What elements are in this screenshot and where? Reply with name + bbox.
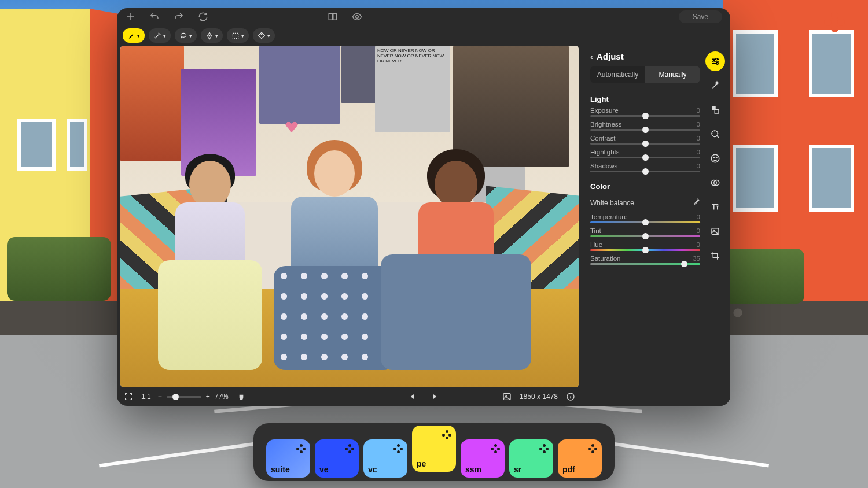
save-button[interactable]: Save	[679, 10, 722, 23]
dock-app-label: pe	[417, 459, 451, 468]
dock-app-label: pdf	[562, 465, 597, 474]
shadows-slider[interactable]	[590, 171, 700, 172]
face-icon[interactable]	[705, 149, 725, 168]
svg-point-3	[181, 33, 186, 37]
dock-app-vc[interactable]: vc	[363, 439, 407, 478]
preview-icon[interactable]	[352, 12, 362, 22]
panel-back-button[interactable]: ‹	[590, 51, 593, 61]
temperature-label: Temperature	[590, 213, 628, 220]
tint-label: Tint	[590, 227, 601, 234]
svg-point-16	[711, 154, 719, 162]
hue-label: Hue	[590, 241, 602, 248]
lasso-tool[interactable]: ▾	[175, 28, 197, 43]
shadows-label: Shadows	[590, 162, 617, 169]
tab-automatically[interactable]: Automatically	[590, 66, 645, 83]
highlights-label: Highlights	[590, 149, 620, 156]
svg-rect-1	[333, 14, 337, 20]
temperature-slider[interactable]	[590, 221, 700, 223]
next-image-icon[interactable]	[429, 391, 440, 402]
dock-app-sr[interactable]: sr	[509, 439, 553, 478]
redo-icon[interactable]	[174, 12, 184, 22]
app-dots-icon	[442, 430, 451, 439]
zoom-percent: 77%	[215, 393, 229, 401]
overlap-circles-icon[interactable]	[705, 173, 725, 193]
color-heading: Color	[590, 182, 700, 191]
panel-title: Adjust	[597, 51, 624, 61]
app-dots-icon	[393, 444, 403, 453]
contrast-value: 0	[697, 135, 700, 142]
adjust-sliders-icon[interactable]	[705, 51, 725, 71]
saturation-slider[interactable]	[590, 263, 700, 265]
svg-rect-5	[233, 33, 238, 38]
eyedropper-icon[interactable]	[692, 198, 700, 208]
adjust-panel: ‹ Adjust Automatically Manually Light Ex…	[582, 46, 730, 406]
svg-point-11	[713, 61, 715, 62]
fullscreen-icon[interactable]	[123, 391, 134, 402]
svg-rect-0	[329, 14, 332, 20]
svg-point-4	[209, 35, 210, 36]
svg-point-18	[716, 157, 718, 158]
dock-app-label: vc	[368, 465, 403, 474]
highlights-slider[interactable]	[590, 157, 700, 158]
image-icon[interactable]	[501, 391, 513, 402]
contrast-slider[interactable]	[590, 143, 700, 145]
zoom-slider[interactable]	[167, 396, 201, 398]
brightness-slider[interactable]	[590, 129, 700, 131]
zoom-out-button[interactable]: −	[158, 393, 162, 401]
info-icon[interactable]	[565, 391, 576, 402]
exposure-value: 0	[697, 107, 700, 114]
hue-slider[interactable]	[590, 249, 700, 251]
magic-wand-icon[interactable]	[705, 76, 725, 95]
temperature-value: 0	[697, 213, 700, 220]
svg-point-17	[713, 157, 715, 158]
panel-tool-rail	[704, 51, 727, 400]
refresh-icon[interactable]	[198, 12, 208, 22]
app-dots-icon	[588, 444, 597, 453]
undo-icon[interactable]	[149, 12, 160, 22]
text-icon[interactable]	[705, 197, 725, 217]
saturation-label: Saturation	[590, 255, 620, 262]
tint-value: 0	[697, 227, 700, 234]
dock-app-label: ssm	[465, 465, 500, 474]
one-to-one-button[interactable]: 1:1	[141, 393, 151, 401]
tag-tool[interactable]: ▾	[253, 28, 275, 43]
app-dots-icon	[345, 444, 354, 453]
zoom-in-button[interactable]: +	[206, 393, 210, 401]
dock-app-suite[interactable]: suite	[266, 439, 310, 478]
svg-point-10	[716, 58, 718, 60]
target-cursor-icon[interactable]	[705, 124, 725, 144]
brightness-value: 0	[697, 121, 700, 128]
app-dots-icon	[539, 444, 549, 453]
pen-tool[interactable]: ▾	[201, 28, 223, 43]
picture-icon[interactable]	[705, 221, 725, 241]
dock-app-ssm[interactable]: ssm	[461, 439, 505, 478]
image-canvas[interactable]: NOW OR NEVER NOW OR NEVER NOW OR NEVER N…	[120, 46, 579, 387]
saturation-value: 35	[693, 255, 700, 262]
marquee-tool[interactable]: ▾	[227, 28, 249, 43]
photo-editor-window: Save ▾ ▾ ▾ ▾ ▾ ▾ NOW OR NEVER NOW OR NEV…	[117, 8, 730, 406]
dock-app-label: suite	[271, 465, 306, 474]
layers-icon[interactable]	[705, 100, 725, 120]
canvas-footer: 1:1 − + 77% 1850 x 1478	[117, 387, 582, 406]
app-dots-icon	[491, 444, 500, 453]
add-icon[interactable]	[125, 12, 135, 22]
tint-slider[interactable]	[590, 235, 700, 237]
svg-point-2	[356, 16, 359, 19]
app-dock: suitevevcpessmsrpdf	[253, 423, 615, 481]
pan-hand-icon[interactable]	[236, 391, 247, 402]
dock-app-ve[interactable]: ve	[315, 439, 359, 478]
svg-point-12	[716, 62, 718, 64]
adjust-subtabs: Automatically Manually	[590, 66, 700, 83]
compare-icon[interactable]	[328, 12, 338, 22]
light-heading: Light	[590, 95, 700, 103]
brush-tool[interactable]: ▾	[123, 28, 145, 43]
prev-image-icon[interactable]	[407, 391, 418, 402]
svg-point-6	[261, 34, 262, 35]
crop-icon[interactable]	[705, 246, 725, 265]
exposure-slider[interactable]	[590, 115, 700, 117]
tab-manually[interactable]: Manually	[645, 66, 700, 83]
wand-tool[interactable]: ▾	[149, 28, 171, 43]
svg-rect-14	[715, 109, 719, 113]
dock-app-pdf[interactable]: pdf	[558, 439, 602, 478]
dock-app-pe[interactable]: pe	[412, 426, 456, 472]
